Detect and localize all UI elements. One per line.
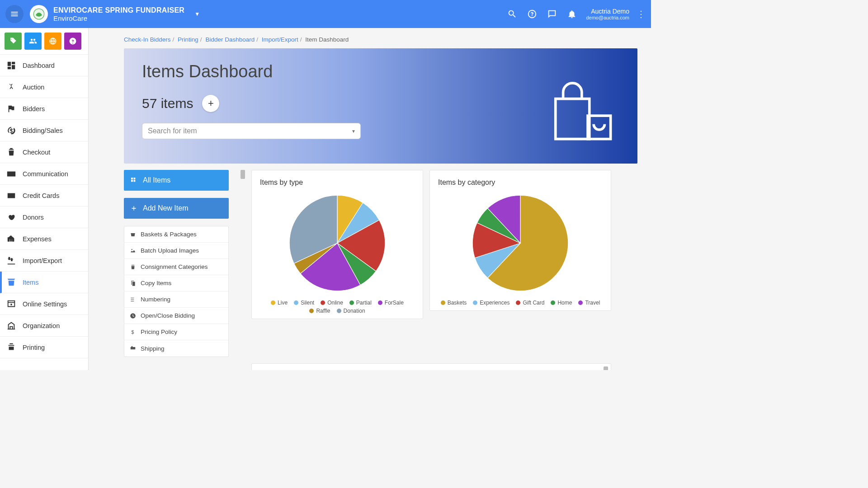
legend-raffle[interactable]: Raffle [309, 308, 330, 314]
action-numbering[interactable]: Numbering [124, 291, 228, 308]
add-new-item-button[interactable]: Add New Item [124, 198, 229, 219]
action-list-label: Consignment Categories [141, 263, 208, 270]
scroll-indicator[interactable] [604, 366, 608, 370]
legend-partial[interactable]: Partial [349, 300, 372, 306]
sidebar-item-items[interactable]: Items [0, 272, 88, 293]
tile-globe[interactable] [44, 33, 61, 50]
sidebar-item-communication[interactable]: Communication [0, 163, 88, 185]
action-pricing-policy[interactable]: $Pricing Policy [124, 324, 228, 340]
action-list-label: Shipping [141, 345, 165, 352]
sidebar-item-printing[interactable]: Printing [0, 337, 88, 358]
legend-baskets[interactable]: Baskets [441, 300, 467, 306]
action-consignment-categories[interactable]: Consignment Categories [124, 259, 228, 275]
sidebar-item-label: Dashboard [23, 62, 55, 69]
scroll-indicator[interactable] [241, 170, 245, 179]
tile-tags[interactable] [5, 33, 22, 50]
tile-people[interactable] [24, 33, 42, 50]
legend-experiences[interactable]: Experiences [473, 300, 509, 306]
action-shipping[interactable]: Shipping [124, 340, 228, 357]
breadcrumb-link[interactable]: Bidder Dashboard [205, 36, 255, 43]
all-items-button[interactable]: All Items [124, 170, 229, 191]
shopping-bags-icon [547, 75, 615, 145]
chat-icon[interactable] [547, 9, 557, 19]
sidebar-item-label: Credit Cards [23, 192, 59, 199]
chart-items-by-type: Items by type LiveSilentOnlinePartialFor… [251, 170, 423, 319]
search-placeholder: Search for item [148, 127, 197, 135]
sidebar-item-label: Donors [23, 214, 44, 221]
recent-items-card: Recently added items ITEM # TITLE VALUE … [251, 363, 611, 370]
sidebar-item-checkout[interactable]: Checkout [0, 141, 88, 163]
user-email: demo@auctria.com [586, 15, 629, 20]
event-dropdown-icon[interactable]: ▼ [194, 11, 200, 17]
sidebar-item-bidding-sales[interactable]: $Bidding/Sales [0, 120, 88, 141]
action-baskets-packages[interactable]: Baskets & Packages [124, 226, 228, 243]
legend-home[interactable]: Home [551, 300, 572, 306]
legend-live[interactable]: Live [271, 300, 288, 306]
topbar: ENVIROCARE SPRING FUNDRAISER EnviroCare … [0, 0, 651, 28]
sidebar-item-import-export[interactable]: Import/Export [0, 250, 88, 272]
breadcrumb-link[interactable]: Printing [178, 36, 198, 43]
action-list-label: Numbering [141, 296, 170, 303]
svg-rect-4 [588, 116, 611, 139]
sidebar-item-label: Bidders [23, 105, 45, 113]
action-label: Add New Item [143, 204, 188, 212]
dropdown-caret-icon: ▼ [351, 129, 356, 134]
sidebar-item-bidders[interactable]: Bidders [0, 98, 88, 120]
action-list-label: Pricing Policy [141, 328, 177, 335]
breadcrumb-link[interactable]: Check-In Bidders [124, 36, 171, 43]
action-list-label: Batch Upload Images [141, 247, 199, 254]
svg-point-3 [10, 304, 12, 305]
search-icon[interactable] [507, 9, 517, 19]
chart-title: Items by category [438, 178, 603, 187]
sidebar-item-label: Import/Export [23, 257, 62, 264]
action-batch-upload-images[interactable]: Batch Upload Images [124, 243, 228, 259]
sidebar-item-label: Auction [23, 84, 44, 91]
svg-point-2 [12, 215, 15, 217]
title-block[interactable]: ENVIROCARE SPRING FUNDRAISER EnviroCare [53, 6, 184, 22]
sidebar-item-label: Items [23, 279, 38, 286]
breadcrumb-link[interactable]: Import/Export [262, 36, 298, 43]
search-item-input[interactable]: Search for item ▼ [142, 123, 361, 139]
action-list-label: Baskets & Packages [141, 231, 197, 238]
sidebar-item-expenses[interactable]: Expenses [0, 228, 88, 250]
hamburger-menu[interactable] [5, 5, 24, 23]
hero: Items Dashboard 57 items + Search for it… [124, 48, 637, 164]
svg-text:$: $ [9, 127, 13, 134]
tile-help[interactable] [64, 33, 81, 50]
sidebar-item-credit-cards[interactable]: Credit Cards [0, 185, 88, 206]
action-copy-items[interactable]: Copy Items [124, 275, 228, 291]
legend-gift card[interactable]: Gift Card [516, 300, 544, 306]
sidebar-item-organization[interactable]: Organization [0, 315, 88, 337]
kebab-menu-icon[interactable]: ⋮ [637, 9, 646, 19]
sidebar-item-online-settings[interactable]: Online Settings [0, 293, 88, 315]
item-count: 57 items [142, 96, 193, 111]
org-name: EnviroCare [53, 14, 184, 22]
legend-forsale[interactable]: ForSale [378, 300, 404, 306]
sidebar: DashboardAuctionBidders$Bidding/SalesChe… [0, 28, 89, 370]
legend-online[interactable]: Online [321, 300, 343, 306]
help-icon[interactable] [527, 9, 537, 19]
legend-travel[interactable]: Travel [578, 300, 600, 306]
bell-icon[interactable] [567, 9, 577, 19]
sidebar-item-donors[interactable]: Donors [0, 206, 88, 228]
legend-silent[interactable]: Silent [294, 300, 314, 306]
sidebar-item-label: Organization [23, 322, 60, 329]
sidebar-item-label: Printing [23, 344, 45, 351]
sidebar-item-label: Bidding/Sales [23, 127, 63, 134]
action-open-close-bidding[interactable]: Open/Close Bidding [124, 308, 228, 324]
chart-items-by-category: Items by category BasketsExperiencesGift… [429, 170, 611, 311]
sidebar-item-dashboard[interactable]: Dashboard [0, 55, 88, 76]
sidebar-item-auction[interactable]: Auction [0, 76, 88, 98]
sidebar-item-label: Expenses [23, 235, 52, 243]
event-name: ENVIROCARE SPRING FUNDRAISER [53, 6, 184, 14]
sidebar-item-label: Online Settings [23, 300, 67, 308]
breadcrumb: Check-In Bidders/ Printing/ Bidder Dashb… [124, 36, 637, 43]
user-block[interactable]: Auctria Demo demo@auctria.com [586, 8, 629, 20]
action-list-label: Open/Close Bidding [141, 312, 195, 319]
legend-donation[interactable]: Donation [337, 308, 365, 314]
sidebar-item-label: Checkout [23, 149, 50, 156]
svg-text:$: $ [132, 329, 134, 334]
svg-point-5 [132, 249, 132, 249]
add-item-button[interactable]: + [202, 95, 219, 112]
chart-title: Items by type [260, 178, 415, 187]
